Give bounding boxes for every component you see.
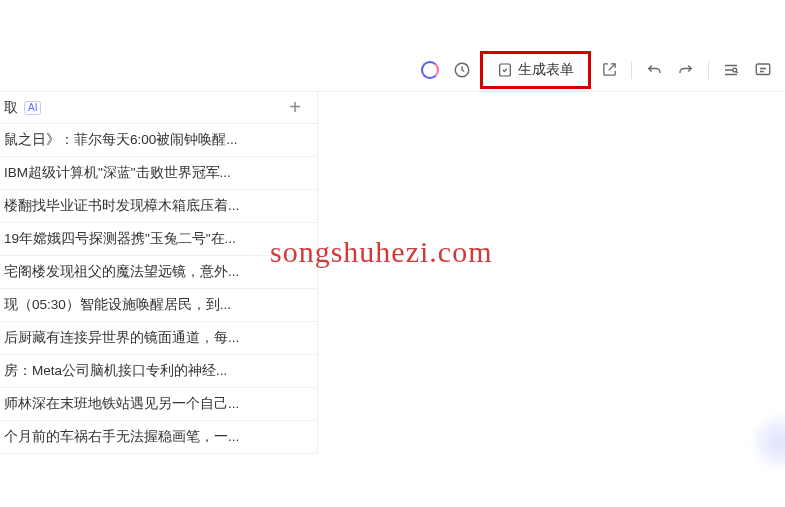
list-item[interactable]: 鼠之日》：菲尔每天6:00被闹钟唤醒... xyxy=(0,124,317,157)
svg-point-2 xyxy=(733,68,737,72)
search-list-icon[interactable] xyxy=(717,56,745,84)
add-button[interactable]: + xyxy=(283,96,307,120)
form-icon xyxy=(497,62,513,78)
list-item[interactable]: 师林深在末班地铁站遇见另一个自己... xyxy=(0,388,317,421)
svg-rect-3 xyxy=(756,64,770,75)
history-icon[interactable] xyxy=(448,56,476,84)
ai-circle-icon[interactable] xyxy=(416,56,444,84)
generate-form-button[interactable]: 生成表单 xyxy=(489,57,582,83)
undo-icon[interactable] xyxy=(640,56,668,84)
list-item[interactable]: IBM超级计算机"深蓝"击败世界冠军... xyxy=(0,157,317,190)
list-item[interactable]: 后厨藏有连接异世界的镜面通道，每... xyxy=(0,322,317,355)
list-item[interactable]: 现（05:30）智能设施唤醒居民，到... xyxy=(0,289,317,322)
list-item[interactable]: 宅阁楼发现祖父的魔法望远镜，意外... xyxy=(0,256,317,289)
generate-form-highlight: 生成表单 xyxy=(480,51,591,89)
list-item[interactable]: 19年嫦娥四号探测器携"玉兔二号"在... xyxy=(0,223,317,256)
toolbar-divider-2 xyxy=(708,61,709,79)
list-item[interactable]: 楼翻找毕业证书时发现樟木箱底压着... xyxy=(0,190,317,223)
list-item[interactable]: 房：Meta公司脑机接口专利的神经... xyxy=(0,355,317,388)
redo-icon[interactable] xyxy=(672,56,700,84)
share-icon[interactable] xyxy=(595,56,623,84)
generate-form-label: 生成表单 xyxy=(518,61,574,79)
ai-badge: AI xyxy=(24,101,41,115)
decorative-blur xyxy=(755,417,785,467)
sidebar-header: 取 AI + xyxy=(0,92,317,124)
sidebar-header-label: 取 xyxy=(4,99,18,117)
list-item[interactable]: 个月前的车祸右手无法握稳画笔，一... xyxy=(0,421,317,454)
sidebar: 取 AI + 鼠之日》：菲尔每天6:00被闹钟唤醒...IBM超级计算机"深蓝"… xyxy=(0,92,318,454)
comment-icon[interactable] xyxy=(749,56,777,84)
toolbar: 生成表单 xyxy=(0,48,785,92)
sidebar-list: 鼠之日》：菲尔每天6:00被闹钟唤醒...IBM超级计算机"深蓝"击败世界冠军.… xyxy=(0,124,317,454)
toolbar-divider xyxy=(631,61,632,79)
